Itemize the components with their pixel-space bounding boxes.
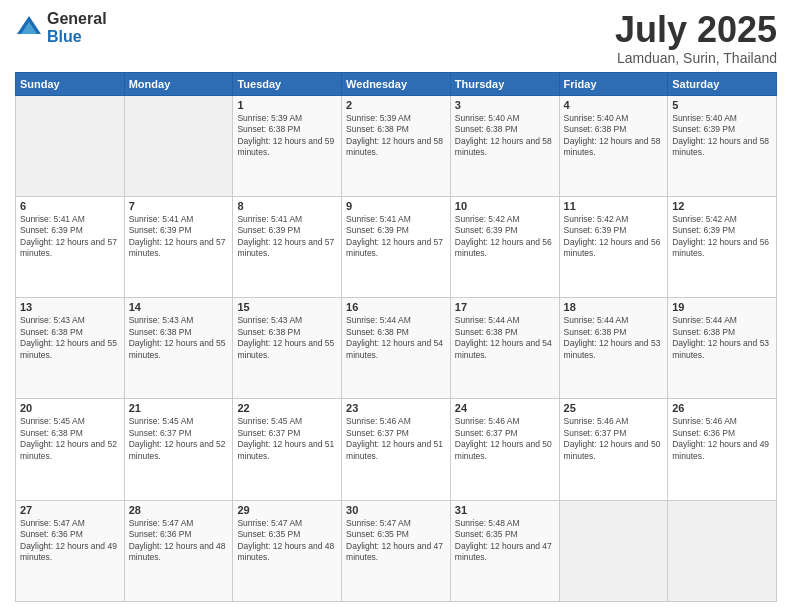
day-info: Sunrise: 5:41 AMSunset: 6:39 PMDaylight:… <box>346 214 446 260</box>
logo-icon <box>15 14 43 42</box>
day-info: Sunrise: 5:45 AMSunset: 6:37 PMDaylight:… <box>237 416 337 462</box>
day-info: Sunrise: 5:43 AMSunset: 6:38 PMDaylight:… <box>20 315 120 361</box>
day-info: Sunrise: 5:45 AMSunset: 6:37 PMDaylight:… <box>129 416 229 462</box>
logo-text: General Blue <box>47 10 107 45</box>
col-tuesday: Tuesday <box>233 72 342 95</box>
col-friday: Friday <box>559 72 668 95</box>
day-number: 27 <box>20 504 120 516</box>
day-info: Sunrise: 5:40 AMSunset: 6:38 PMDaylight:… <box>564 113 664 159</box>
calendar-cell-2-6: 19Sunrise: 5:44 AMSunset: 6:38 PMDayligh… <box>668 298 777 399</box>
day-number: 2 <box>346 99 446 111</box>
day-info: Sunrise: 5:39 AMSunset: 6:38 PMDaylight:… <box>237 113 337 159</box>
calendar-cell-1-3: 9Sunrise: 5:41 AMSunset: 6:39 PMDaylight… <box>342 196 451 297</box>
day-info: Sunrise: 5:41 AMSunset: 6:39 PMDaylight:… <box>129 214 229 260</box>
day-number: 20 <box>20 402 120 414</box>
day-number: 29 <box>237 504 337 516</box>
day-info: Sunrise: 5:44 AMSunset: 6:38 PMDaylight:… <box>672 315 772 361</box>
calendar-cell-3-5: 25Sunrise: 5:46 AMSunset: 6:37 PMDayligh… <box>559 399 668 500</box>
day-number: 19 <box>672 301 772 313</box>
day-info: Sunrise: 5:46 AMSunset: 6:37 PMDaylight:… <box>564 416 664 462</box>
day-number: 23 <box>346 402 446 414</box>
calendar-cell-3-2: 22Sunrise: 5:45 AMSunset: 6:37 PMDayligh… <box>233 399 342 500</box>
week-row-4: 20Sunrise: 5:45 AMSunset: 6:38 PMDayligh… <box>16 399 777 500</box>
week-row-5: 27Sunrise: 5:47 AMSunset: 6:36 PMDayligh… <box>16 500 777 601</box>
day-info: Sunrise: 5:47 AMSunset: 6:36 PMDaylight:… <box>20 518 120 564</box>
calendar-cell-1-4: 10Sunrise: 5:42 AMSunset: 6:39 PMDayligh… <box>450 196 559 297</box>
calendar-cell-3-4: 24Sunrise: 5:46 AMSunset: 6:37 PMDayligh… <box>450 399 559 500</box>
calendar-cell-4-1: 28Sunrise: 5:47 AMSunset: 6:36 PMDayligh… <box>124 500 233 601</box>
col-wednesday: Wednesday <box>342 72 451 95</box>
day-info: Sunrise: 5:46 AMSunset: 6:37 PMDaylight:… <box>346 416 446 462</box>
day-number: 21 <box>129 402 229 414</box>
day-number: 30 <box>346 504 446 516</box>
calendar-cell-3-3: 23Sunrise: 5:46 AMSunset: 6:37 PMDayligh… <box>342 399 451 500</box>
day-number: 12 <box>672 200 772 212</box>
day-number: 5 <box>672 99 772 111</box>
day-info: Sunrise: 5:44 AMSunset: 6:38 PMDaylight:… <box>455 315 555 361</box>
title-block: July 2025 Lamduan, Surin, Thailand <box>615 10 777 66</box>
day-number: 22 <box>237 402 337 414</box>
day-number: 17 <box>455 301 555 313</box>
header: General Blue July 2025 Lamduan, Surin, T… <box>15 10 777 66</box>
calendar-cell-4-2: 29Sunrise: 5:47 AMSunset: 6:35 PMDayligh… <box>233 500 342 601</box>
logo-general-text: General <box>47 10 107 28</box>
day-number: 16 <box>346 301 446 313</box>
day-number: 25 <box>564 402 664 414</box>
day-info: Sunrise: 5:42 AMSunset: 6:39 PMDaylight:… <box>455 214 555 260</box>
col-monday: Monday <box>124 72 233 95</box>
day-info: Sunrise: 5:48 AMSunset: 6:35 PMDaylight:… <box>455 518 555 564</box>
week-row-3: 13Sunrise: 5:43 AMSunset: 6:38 PMDayligh… <box>16 298 777 399</box>
day-info: Sunrise: 5:46 AMSunset: 6:37 PMDaylight:… <box>455 416 555 462</box>
page: General Blue July 2025 Lamduan, Surin, T… <box>0 0 792 612</box>
location: Lamduan, Surin, Thailand <box>615 50 777 66</box>
col-saturday: Saturday <box>668 72 777 95</box>
day-info: Sunrise: 5:41 AMSunset: 6:39 PMDaylight:… <box>20 214 120 260</box>
calendar-cell-2-5: 18Sunrise: 5:44 AMSunset: 6:38 PMDayligh… <box>559 298 668 399</box>
calendar-cell-4-0: 27Sunrise: 5:47 AMSunset: 6:36 PMDayligh… <box>16 500 125 601</box>
calendar-cell-2-3: 16Sunrise: 5:44 AMSunset: 6:38 PMDayligh… <box>342 298 451 399</box>
day-info: Sunrise: 5:47 AMSunset: 6:35 PMDaylight:… <box>346 518 446 564</box>
calendar-table: Sunday Monday Tuesday Wednesday Thursday… <box>15 72 777 602</box>
day-info: Sunrise: 5:40 AMSunset: 6:38 PMDaylight:… <box>455 113 555 159</box>
calendar-cell-0-4: 3Sunrise: 5:40 AMSunset: 6:38 PMDaylight… <box>450 95 559 196</box>
calendar-header-row: Sunday Monday Tuesday Wednesday Thursday… <box>16 72 777 95</box>
calendar-cell-4-5 <box>559 500 668 601</box>
day-number: 15 <box>237 301 337 313</box>
day-info: Sunrise: 5:45 AMSunset: 6:38 PMDaylight:… <box>20 416 120 462</box>
day-number: 9 <box>346 200 446 212</box>
week-row-2: 6Sunrise: 5:41 AMSunset: 6:39 PMDaylight… <box>16 196 777 297</box>
day-number: 3 <box>455 99 555 111</box>
col-thursday: Thursday <box>450 72 559 95</box>
calendar-cell-2-0: 13Sunrise: 5:43 AMSunset: 6:38 PMDayligh… <box>16 298 125 399</box>
calendar-cell-2-1: 14Sunrise: 5:43 AMSunset: 6:38 PMDayligh… <box>124 298 233 399</box>
day-number: 14 <box>129 301 229 313</box>
calendar-cell-2-4: 17Sunrise: 5:44 AMSunset: 6:38 PMDayligh… <box>450 298 559 399</box>
logo: General Blue <box>15 10 107 45</box>
day-info: Sunrise: 5:47 AMSunset: 6:36 PMDaylight:… <box>129 518 229 564</box>
day-info: Sunrise: 5:40 AMSunset: 6:39 PMDaylight:… <box>672 113 772 159</box>
calendar-cell-3-0: 20Sunrise: 5:45 AMSunset: 6:38 PMDayligh… <box>16 399 125 500</box>
calendar-cell-4-4: 31Sunrise: 5:48 AMSunset: 6:35 PMDayligh… <box>450 500 559 601</box>
logo-blue-text: Blue <box>47 28 107 46</box>
day-number: 11 <box>564 200 664 212</box>
day-info: Sunrise: 5:43 AMSunset: 6:38 PMDaylight:… <box>237 315 337 361</box>
calendar-cell-4-3: 30Sunrise: 5:47 AMSunset: 6:35 PMDayligh… <box>342 500 451 601</box>
day-number: 18 <box>564 301 664 313</box>
day-number: 1 <box>237 99 337 111</box>
day-info: Sunrise: 5:42 AMSunset: 6:39 PMDaylight:… <box>672 214 772 260</box>
day-number: 6 <box>20 200 120 212</box>
calendar-cell-0-0 <box>16 95 125 196</box>
day-number: 24 <box>455 402 555 414</box>
day-number: 4 <box>564 99 664 111</box>
calendar-cell-0-1 <box>124 95 233 196</box>
day-number: 10 <box>455 200 555 212</box>
day-info: Sunrise: 5:42 AMSunset: 6:39 PMDaylight:… <box>564 214 664 260</box>
day-info: Sunrise: 5:44 AMSunset: 6:38 PMDaylight:… <box>564 315 664 361</box>
day-info: Sunrise: 5:41 AMSunset: 6:39 PMDaylight:… <box>237 214 337 260</box>
calendar-cell-0-3: 2Sunrise: 5:39 AMSunset: 6:38 PMDaylight… <box>342 95 451 196</box>
calendar-cell-1-6: 12Sunrise: 5:42 AMSunset: 6:39 PMDayligh… <box>668 196 777 297</box>
calendar-cell-1-2: 8Sunrise: 5:41 AMSunset: 6:39 PMDaylight… <box>233 196 342 297</box>
calendar-cell-0-6: 5Sunrise: 5:40 AMSunset: 6:39 PMDaylight… <box>668 95 777 196</box>
day-number: 28 <box>129 504 229 516</box>
day-info: Sunrise: 5:47 AMSunset: 6:35 PMDaylight:… <box>237 518 337 564</box>
